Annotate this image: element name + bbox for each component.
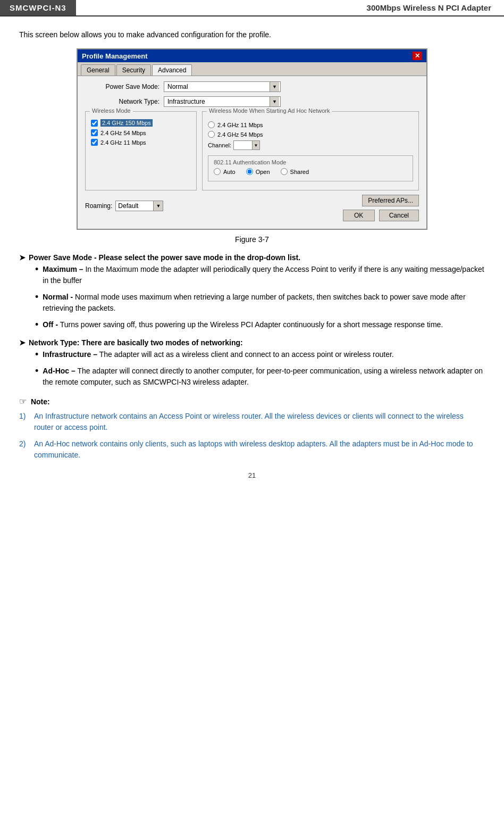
network-type-select[interactable]: Infrastructure ▼ [164, 96, 281, 107]
auth-mode-legend: 802.11 Authentication Mode [214, 159, 407, 165]
cancel-button[interactable]: Cancel [379, 210, 419, 221]
dialog-body: Power Save Mode: Normal ▼ Network Type: … [78, 76, 426, 229]
channel-label: Channel: [208, 142, 231, 148]
note-section: ☞ Note: 1) An Infrastructure network con… [19, 396, 485, 461]
bullet-infrastructure: • Infrastructure – The adapter will act … [35, 349, 485, 361]
adhoc-mode-panel: Wireless Mode When Starting Ad Hoc Netwo… [202, 111, 419, 190]
network-type-title: ➤ Network Type: There are basically two … [19, 338, 485, 347]
note-list: 1) An Infrastructure network contains an… [19, 411, 485, 461]
power-save-row: Power Save Mode: Normal ▼ [85, 81, 419, 92]
tab-advanced[interactable]: Advanced [152, 64, 192, 76]
note-text-2: An Ad-Hoc network contains only clients,… [34, 438, 485, 461]
tab-security[interactable]: Security [116, 64, 151, 76]
two-panel: Wireless Mode 2.4 GHz 150 Mbps 2.4 GHz 5… [85, 111, 419, 190]
radio-auth-open[interactable] [246, 168, 253, 175]
network-type-section: ➤ Network Type: There are basically two … [19, 338, 485, 388]
arrow-bullet-2: ➤ [19, 338, 26, 347]
power-save-title-text: Power Save Mode - Please select the powe… [29, 253, 300, 262]
figure-caption: Figure 3-7 [19, 235, 485, 244]
network-type-row: Network Type: Infrastructure ▼ [85, 96, 419, 107]
power-save-bullets: • Maximum – In the Maximum mode the adap… [35, 264, 485, 331]
radio-auth-auto[interactable] [214, 168, 221, 175]
note-text-1: An Infrastructure network contains an Ac… [34, 411, 485, 433]
auth-auto-row: Auto [214, 168, 236, 175]
label-adhoc-11mbps: 2.4 GHz 11 Mbps [217, 122, 263, 128]
product-name: 300Mbps Wireless N PCI Adapter [76, 0, 504, 15]
bullet-normal: • Normal - Normal mode uses maximum when… [35, 292, 485, 314]
label-150mbps: 2.4 GHz 150 Mbps [100, 119, 153, 127]
network-type-label: Network Type: [85, 98, 159, 105]
page-number: 21 [19, 471, 485, 479]
wireless-mode-11: 2.4 GHz 11 Mbps [91, 139, 191, 146]
product-code: SMCWPCI-N3 [0, 0, 76, 15]
dialog-titlebar: Profile Management ✕ [78, 49, 426, 62]
power-save-label: Power Save Mode: [85, 83, 159, 90]
dialog-title: Profile Management [82, 52, 148, 60]
auth-open-row: Open [246, 168, 270, 175]
label-auth-shared: Shared [290, 169, 309, 175]
channel-select[interactable]: ▼ [233, 140, 260, 150]
note-item-2: 2) An Ad-Hoc network contains only clien… [19, 438, 485, 461]
roaming-arrow: ▼ [153, 201, 163, 211]
radio-adhoc-11mbps[interactable] [208, 121, 215, 128]
arrow-bullet-1: ➤ [19, 253, 26, 262]
auth-shared-row: Shared [281, 168, 309, 175]
channel-row: Channel: ▼ [208, 140, 413, 150]
note-icon: ☞ [19, 397, 27, 406]
page-header: SMCWPCI-N3 300Mbps Wireless N PCI Adapte… [0, 0, 504, 16]
channel-value [234, 142, 236, 148]
checkbox-54mbps[interactable] [91, 129, 98, 136]
auth-radios: Auto Open Shared [214, 168, 407, 178]
wireless-mode-150: 2.4 GHz 150 Mbps [91, 119, 191, 127]
wireless-mode-54: 2.4 GHz 54 Mbps [91, 129, 191, 136]
channel-arrow: ▼ [252, 141, 259, 149]
label-adhoc-54mbps: 2.4 GHz 54 Mbps [217, 131, 263, 138]
bullet-maximum: • Maximum – In the Maximum mode the adap… [35, 264, 485, 286]
network-type-arrow: ▼ [270, 97, 279, 106]
auth-mode-box: 802.11 Authentication Mode Auto Open [208, 155, 413, 181]
adhoc-11mbps-row: 2.4 GHz 11 Mbps [208, 121, 413, 128]
dialog-tabs: General Security Advanced [78, 62, 426, 76]
checkbox-150mbps[interactable] [91, 120, 98, 127]
radio-adhoc-54mbps[interactable] [208, 131, 215, 138]
roaming-select[interactable]: Default ▼ [115, 201, 163, 211]
note-title: Note: [31, 397, 50, 406]
close-button[interactable]: ✕ [413, 52, 422, 60]
profile-management-dialog: Profile Management ✕ General Security Ad… [77, 48, 427, 230]
power-save-select[interactable]: Normal ▼ [164, 81, 281, 92]
power-save-title: ➤ Power Save Mode - Please select the po… [19, 253, 485, 262]
network-type-title-text: Network Type: There are basically two mo… [29, 338, 243, 347]
roaming-label: Roaming: [85, 202, 112, 210]
preferred-aps-button[interactable]: Preferred APs... [362, 195, 419, 206]
roaming-value: Default [116, 202, 138, 210]
label-auth-open: Open [256, 169, 270, 175]
power-save-section: ➤ Power Save Mode - Please select the po… [19, 253, 485, 331]
intro-text: This screen below allows you to make adv… [19, 30, 485, 39]
adhoc-54mbps-row: 2.4 GHz 54 Mbps [208, 131, 413, 138]
checkbox-11mbps[interactable] [91, 139, 98, 146]
note-num-1: 1) [19, 411, 34, 422]
roaming-row: Roaming: Default ▼ [85, 201, 163, 211]
adhoc-mode-legend: Wireless Mode When Starting Ad Hoc Netwo… [207, 107, 332, 114]
note-label: ☞ Note: [19, 396, 485, 406]
bullet-off: • Off - Turns power saving off, thus pow… [35, 319, 485, 331]
network-type-bullets: • Infrastructure – The adapter will act … [35, 349, 485, 388]
page-content: This screen below allows you to make adv… [0, 25, 504, 490]
power-save-arrow: ▼ [270, 82, 279, 92]
dialog-wrapper: Profile Management ✕ General Security Ad… [19, 48, 485, 230]
dialog-actions: Roaming: Default ▼ Preferred APs... OK C… [85, 195, 419, 221]
radio-auth-shared[interactable] [281, 168, 288, 175]
bullet-adhoc: • Ad-Hoc – The adapter will connect dire… [35, 365, 485, 388]
note-num-2: 2) [19, 438, 34, 450]
network-type-value: Infrastructure [165, 98, 270, 105]
label-11mbps: 2.4 GHz 11 Mbps [100, 139, 146, 146]
power-save-value: Normal [165, 83, 270, 90]
label-auth-auto: Auto [223, 169, 236, 175]
wireless-mode-legend: Wireless Mode [90, 107, 133, 114]
wireless-mode-panel: Wireless Mode 2.4 GHz 150 Mbps 2.4 GHz 5… [85, 111, 197, 190]
note-item-1: 1) An Infrastructure network contains an… [19, 411, 485, 433]
tab-general[interactable]: General [81, 64, 115, 76]
label-54mbps: 2.4 GHz 54 Mbps [100, 130, 146, 136]
ok-cancel-buttons: OK Cancel [343, 210, 419, 221]
ok-button[interactable]: OK [343, 210, 375, 221]
